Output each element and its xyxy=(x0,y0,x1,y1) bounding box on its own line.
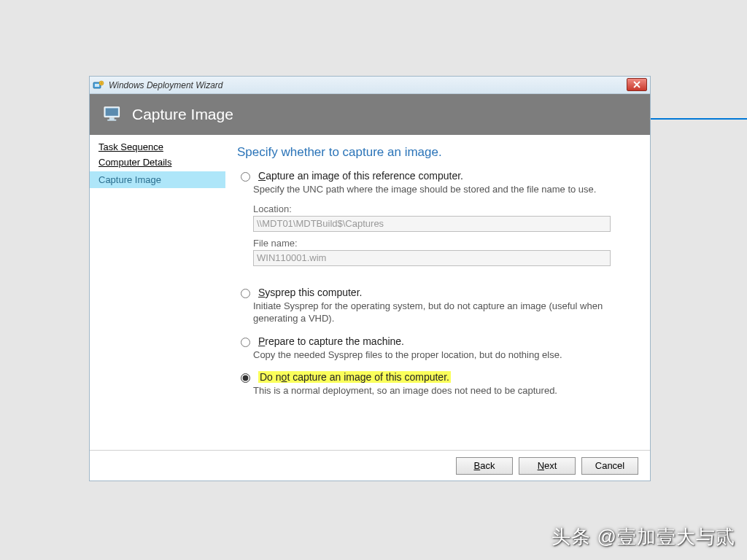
watermark: 头条 @壹加壹大与贰 xyxy=(551,524,735,550)
wizard-window: Windows Deployment Wizard Capture Image … xyxy=(89,76,651,481)
cancel-button[interactable]: Cancel xyxy=(581,457,638,475)
footer: Back Next Cancel xyxy=(90,450,650,481)
sidebar-item-computer-details[interactable]: Computer Details xyxy=(90,155,225,170)
option-prepare: Prepare to capture the machine. Copy the… xyxy=(237,335,634,362)
app-icon xyxy=(93,79,104,91)
option-sysprep: Sysprep this computer. Initiate Sysprep … xyxy=(237,287,634,325)
svg-rect-1 xyxy=(95,84,99,87)
option-prepare-label[interactable]: Prepare to capture the machine. xyxy=(258,335,404,347)
option-capture-label[interactable]: Capture an image of this reference compu… xyxy=(258,170,463,182)
close-icon xyxy=(633,81,640,88)
capture-fields: Location: File name: xyxy=(253,203,634,266)
location-label: Location: xyxy=(253,203,634,214)
radio-donot[interactable] xyxy=(241,373,250,383)
titlebar: Windows Deployment Wizard xyxy=(90,77,650,94)
sidebar-item-task-sequence[interactable]: Task Sequence xyxy=(90,139,225,155)
location-input xyxy=(253,216,611,232)
page-title: Capture Image xyxy=(132,106,233,123)
window-title: Windows Deployment Wizard xyxy=(109,80,223,90)
body: Task Sequence Computer Details Capture I… xyxy=(90,135,650,450)
content-heading: Specify whether to capture an image. xyxy=(237,145,634,160)
decorative-line xyxy=(649,118,747,120)
radio-prepare[interactable] xyxy=(241,338,250,347)
sidebar: Task Sequence Computer Details Capture I… xyxy=(90,135,225,450)
sidebar-item-capture-image[interactable]: Capture Image xyxy=(90,171,225,188)
svg-rect-4 xyxy=(106,108,118,115)
option-capture-desc: Specify the UNC path where the image sho… xyxy=(253,183,634,196)
svg-rect-5 xyxy=(109,117,115,120)
filename-label: File name: xyxy=(253,238,634,249)
radio-sysprep[interactable] xyxy=(241,289,250,298)
option-capture: Capture an image of this reference compu… xyxy=(237,170,634,266)
banner: Capture Image xyxy=(90,94,650,135)
content-area: Specify whether to capture an image. Cap… xyxy=(225,135,650,450)
option-prepare-desc: Copy the needed Sysprep files to the pro… xyxy=(253,349,634,362)
monitor-icon xyxy=(103,106,123,123)
filename-input xyxy=(253,250,611,266)
close-button[interactable] xyxy=(627,78,647,91)
option-donot: Do not capture an image of this computer… xyxy=(237,371,634,397)
next-button[interactable]: Next xyxy=(519,457,576,475)
radio-capture[interactable] xyxy=(241,172,250,182)
option-donot-desc: This is a normal deployment, so an image… xyxy=(253,384,634,397)
option-donot-label[interactable]: Do not capture an image of this computer… xyxy=(258,371,451,383)
back-button[interactable]: Back xyxy=(456,457,513,475)
option-sysprep-desc: Initiate Sysprep for the operating syste… xyxy=(253,300,634,325)
option-sysprep-label[interactable]: Sysprep this computer. xyxy=(258,287,362,298)
svg-rect-6 xyxy=(107,120,116,121)
